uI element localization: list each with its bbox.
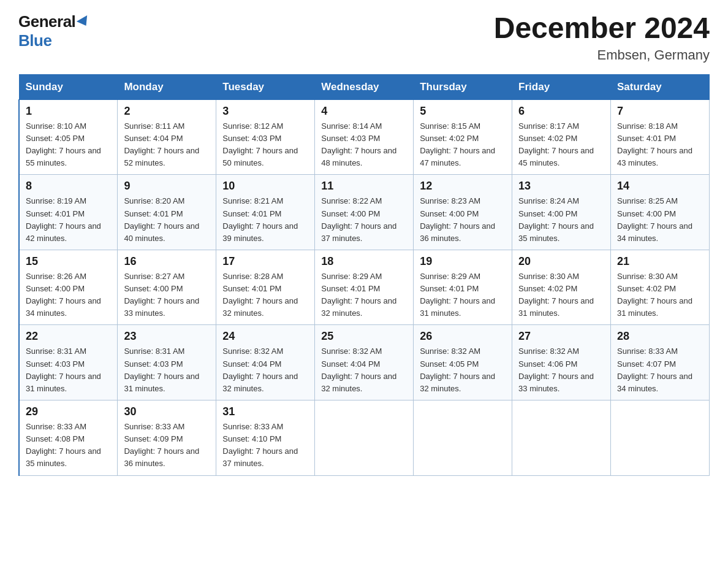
- main-title: December 2024: [494, 12, 710, 45]
- day-info: Sunrise: 8:33 AMSunset: 4:09 PMDaylight:…: [124, 421, 210, 470]
- day-number: 10: [222, 180, 308, 193]
- calendar-cell: 2Sunrise: 8:11 AMSunset: 4:04 PMDaylight…: [118, 99, 216, 175]
- calendar-cell: 4Sunrise: 8:14 AMSunset: 4:03 PMDaylight…: [315, 99, 414, 175]
- day-info: Sunrise: 8:23 AMSunset: 4:00 PMDaylight:…: [420, 195, 506, 245]
- header-thursday: Thursday: [414, 74, 512, 99]
- calendar-cell: 29Sunrise: 8:33 AMSunset: 4:08 PMDayligh…: [19, 400, 118, 476]
- calendar-cell: 15Sunrise: 8:26 AMSunset: 4:00 PMDayligh…: [19, 250, 118, 325]
- calendar-cell: [611, 400, 710, 476]
- day-number: 6: [518, 105, 604, 118]
- header-friday: Friday: [512, 74, 611, 99]
- calendar-cell: 28Sunrise: 8:33 AMSunset: 4:07 PMDayligh…: [611, 325, 710, 400]
- day-number: 11: [321, 180, 407, 193]
- day-number: 22: [26, 330, 111, 343]
- day-number: 1: [26, 105, 111, 118]
- day-number: 4: [321, 105, 407, 118]
- logo-arrow-icon: [77, 15, 91, 28]
- day-info: Sunrise: 8:24 AMSunset: 4:00 PMDaylight:…: [518, 195, 604, 245]
- day-info: Sunrise: 8:19 AMSunset: 4:01 PMDaylight:…: [26, 195, 111, 245]
- calendar-cell: 21Sunrise: 8:30 AMSunset: 4:02 PMDayligh…: [611, 250, 710, 325]
- day-info: Sunrise: 8:31 AMSunset: 4:03 PMDaylight:…: [124, 345, 210, 395]
- day-info: Sunrise: 8:25 AMSunset: 4:00 PMDaylight:…: [617, 195, 703, 245]
- day-number: 5: [420, 105, 506, 118]
- day-number: 16: [124, 255, 210, 268]
- day-info: Sunrise: 8:27 AMSunset: 4:00 PMDaylight:…: [124, 270, 210, 320]
- calendar-cell: 25Sunrise: 8:32 AMSunset: 4:04 PMDayligh…: [315, 325, 414, 400]
- day-info: Sunrise: 8:32 AMSunset: 4:04 PMDaylight:…: [321, 345, 407, 395]
- calendar-cell: [315, 400, 414, 476]
- calendar-cell: 3Sunrise: 8:12 AMSunset: 4:03 PMDaylight…: [216, 99, 315, 175]
- day-number: 30: [124, 405, 210, 418]
- day-number: 23: [124, 330, 210, 343]
- logo-general-text: General: [18, 12, 75, 31]
- calendar-week-5: 29Sunrise: 8:33 AMSunset: 4:08 PMDayligh…: [19, 400, 710, 476]
- day-info: Sunrise: 8:33 AMSunset: 4:08 PMDaylight:…: [26, 421, 111, 470]
- calendar-cell: 11Sunrise: 8:22 AMSunset: 4:00 PMDayligh…: [315, 175, 414, 250]
- day-number: 25: [321, 330, 407, 343]
- day-info: Sunrise: 8:20 AMSunset: 4:01 PMDaylight:…: [124, 195, 210, 245]
- day-info: Sunrise: 8:32 AMSunset: 4:04 PMDaylight:…: [222, 345, 308, 395]
- header: General Blue December 2024 Embsen, Germa…: [18, 12, 710, 63]
- day-number: 12: [420, 180, 506, 193]
- calendar-week-1: 1Sunrise: 8:10 AMSunset: 4:05 PMDaylight…: [19, 99, 710, 175]
- calendar-cell: 26Sunrise: 8:32 AMSunset: 4:05 PMDayligh…: [414, 325, 512, 400]
- calendar-cell: 12Sunrise: 8:23 AMSunset: 4:00 PMDayligh…: [414, 175, 512, 250]
- day-info: Sunrise: 8:14 AMSunset: 4:03 PMDaylight:…: [321, 120, 407, 170]
- calendar-cell: 31Sunrise: 8:33 AMSunset: 4:10 PMDayligh…: [216, 400, 315, 476]
- calendar-cell: 8Sunrise: 8:19 AMSunset: 4:01 PMDaylight…: [19, 175, 118, 250]
- day-info: Sunrise: 8:17 AMSunset: 4:02 PMDaylight:…: [518, 120, 604, 170]
- calendar-cell: [414, 400, 512, 476]
- day-info: Sunrise: 8:28 AMSunset: 4:01 PMDaylight:…: [222, 270, 308, 320]
- day-number: 27: [518, 330, 604, 343]
- day-number: 7: [617, 105, 703, 118]
- day-number: 19: [420, 255, 506, 268]
- calendar-table: SundayMondayTuesdayWednesdayThursdayFrid…: [18, 74, 710, 476]
- calendar-cell: 24Sunrise: 8:32 AMSunset: 4:04 PMDayligh…: [216, 325, 315, 400]
- day-info: Sunrise: 8:18 AMSunset: 4:01 PMDaylight:…: [617, 120, 703, 170]
- day-number: 17: [222, 255, 308, 268]
- day-number: 28: [617, 330, 703, 343]
- calendar-cell: [512, 400, 611, 476]
- calendar-header-row: SundayMondayTuesdayWednesdayThursdayFrid…: [19, 74, 710, 99]
- day-info: Sunrise: 8:30 AMSunset: 4:02 PMDaylight:…: [617, 270, 703, 320]
- day-info: Sunrise: 8:15 AMSunset: 4:02 PMDaylight:…: [420, 120, 506, 170]
- calendar-week-3: 15Sunrise: 8:26 AMSunset: 4:00 PMDayligh…: [19, 250, 710, 325]
- calendar-cell: 6Sunrise: 8:17 AMSunset: 4:02 PMDaylight…: [512, 99, 611, 175]
- day-info: Sunrise: 8:33 AMSunset: 4:10 PMDaylight:…: [222, 421, 308, 470]
- calendar-cell: 20Sunrise: 8:30 AMSunset: 4:02 PMDayligh…: [512, 250, 611, 325]
- day-number: 29: [26, 405, 111, 418]
- day-number: 2: [124, 105, 210, 118]
- day-info: Sunrise: 8:33 AMSunset: 4:07 PMDaylight:…: [617, 345, 703, 395]
- day-number: 31: [222, 405, 308, 418]
- calendar-cell: 16Sunrise: 8:27 AMSunset: 4:00 PMDayligh…: [118, 250, 216, 325]
- header-saturday: Saturday: [611, 74, 710, 99]
- calendar-cell: 27Sunrise: 8:32 AMSunset: 4:06 PMDayligh…: [512, 325, 611, 400]
- day-number: 15: [26, 255, 111, 268]
- day-info: Sunrise: 8:30 AMSunset: 4:02 PMDaylight:…: [518, 270, 604, 320]
- calendar-cell: 17Sunrise: 8:28 AMSunset: 4:01 PMDayligh…: [216, 250, 315, 325]
- day-info: Sunrise: 8:31 AMSunset: 4:03 PMDaylight:…: [26, 345, 111, 395]
- calendar-week-2: 8Sunrise: 8:19 AMSunset: 4:01 PMDaylight…: [19, 175, 710, 250]
- day-number: 13: [518, 180, 604, 193]
- day-info: Sunrise: 8:29 AMSunset: 4:01 PMDaylight:…: [321, 270, 407, 320]
- calendar-cell: 14Sunrise: 8:25 AMSunset: 4:00 PMDayligh…: [611, 175, 710, 250]
- day-number: 14: [617, 180, 703, 193]
- day-number: 8: [26, 180, 111, 193]
- logo-blue-text: Blue: [18, 31, 51, 50]
- day-info: Sunrise: 8:10 AMSunset: 4:05 PMDaylight:…: [26, 120, 111, 170]
- day-info: Sunrise: 8:29 AMSunset: 4:01 PMDaylight:…: [420, 270, 506, 320]
- day-info: Sunrise: 8:21 AMSunset: 4:01 PMDaylight:…: [222, 195, 308, 245]
- calendar-week-4: 22Sunrise: 8:31 AMSunset: 4:03 PMDayligh…: [19, 325, 710, 400]
- calendar-cell: 9Sunrise: 8:20 AMSunset: 4:01 PMDaylight…: [118, 175, 216, 250]
- day-info: Sunrise: 8:32 AMSunset: 4:05 PMDaylight:…: [420, 345, 506, 395]
- header-monday: Monday: [118, 74, 216, 99]
- calendar-cell: 18Sunrise: 8:29 AMSunset: 4:01 PMDayligh…: [315, 250, 414, 325]
- calendar-cell: 5Sunrise: 8:15 AMSunset: 4:02 PMDaylight…: [414, 99, 512, 175]
- day-info: Sunrise: 8:11 AMSunset: 4:04 PMDaylight:…: [124, 120, 210, 170]
- calendar-cell: 7Sunrise: 8:18 AMSunset: 4:01 PMDaylight…: [611, 99, 710, 175]
- day-number: 9: [124, 180, 210, 193]
- day-number: 3: [222, 105, 308, 118]
- day-number: 18: [321, 255, 407, 268]
- day-number: 26: [420, 330, 506, 343]
- header-tuesday: Tuesday: [216, 74, 315, 99]
